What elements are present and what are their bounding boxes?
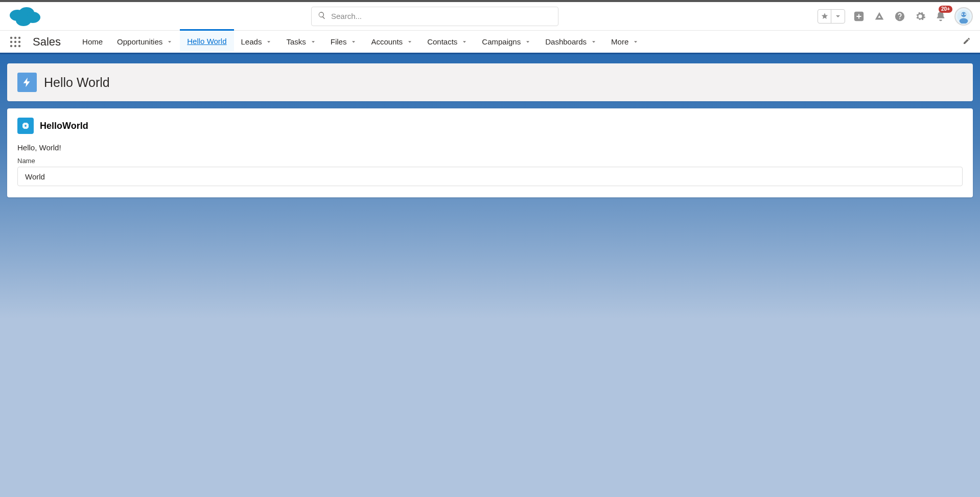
global-actions-button[interactable] bbox=[852, 10, 866, 23]
svg-point-10 bbox=[10, 36, 12, 38]
chevron-down-icon[interactable] bbox=[461, 39, 468, 45]
salesforce-logo[interactable] bbox=[7, 4, 42, 29]
search-input[interactable] bbox=[331, 12, 552, 20]
chevron-down-icon[interactable] bbox=[591, 39, 597, 45]
lightning-icon bbox=[17, 73, 37, 92]
chevron-down-icon[interactable] bbox=[633, 39, 639, 45]
nav-tab-label: Files bbox=[331, 37, 347, 46]
nav-tab-label: More bbox=[611, 37, 628, 46]
nav-tab-label: Hello World bbox=[187, 37, 226, 46]
nav-tab-tasks[interactable]: Tasks bbox=[279, 31, 323, 53]
page-body: Hello World HelloWorld Hello, World! Nam… bbox=[0, 54, 980, 495]
nav-tab-hello-world[interactable]: Hello World bbox=[180, 29, 234, 51]
nav-tab-label: Opportunities bbox=[117, 37, 162, 46]
card-title: HelloWorld bbox=[40, 121, 88, 131]
app-nav-bar: Sales HomeOpportunitiesHello WorldLeadsT… bbox=[0, 31, 980, 54]
nav-tab-dashboards[interactable]: Dashboards bbox=[538, 31, 604, 53]
favorite-star-button[interactable] bbox=[818, 10, 831, 23]
svg-point-8 bbox=[962, 13, 963, 15]
svg-point-11 bbox=[14, 36, 16, 38]
svg-point-15 bbox=[18, 40, 20, 42]
help-icon[interactable] bbox=[893, 10, 906, 23]
search-icon bbox=[318, 11, 331, 21]
global-header: 20+ bbox=[0, 2, 980, 31]
header-utilities: 20+ bbox=[818, 7, 973, 26]
nav-tab-label: Home bbox=[82, 37, 103, 46]
notification-count-badge: 20+ bbox=[939, 6, 952, 13]
svg-point-12 bbox=[18, 36, 20, 38]
app-launcher-icon[interactable] bbox=[9, 36, 21, 48]
nav-tab-label: Tasks bbox=[286, 37, 306, 46]
nav-tab-home[interactable]: Home bbox=[75, 31, 110, 53]
global-search[interactable] bbox=[311, 7, 558, 26]
chevron-down-icon[interactable] bbox=[310, 39, 316, 45]
svg-point-3 bbox=[16, 15, 31, 26]
chevron-down-icon[interactable] bbox=[525, 39, 531, 45]
name-input[interactable] bbox=[17, 167, 963, 186]
svg-point-13 bbox=[10, 40, 12, 42]
setup-gear-icon[interactable] bbox=[914, 10, 927, 23]
svg-point-17 bbox=[14, 44, 16, 47]
svg-point-16 bbox=[10, 44, 12, 47]
trailhead-icon[interactable] bbox=[873, 10, 886, 23]
edit-nav-pencil-icon[interactable] bbox=[963, 37, 971, 47]
chevron-down-icon[interactable] bbox=[266, 39, 272, 45]
svg-point-14 bbox=[14, 40, 16, 42]
favorites-control bbox=[818, 9, 845, 24]
chevron-down-icon[interactable] bbox=[167, 39, 173, 45]
component-icon bbox=[17, 118, 34, 134]
nav-tab-label: Accounts bbox=[371, 37, 403, 46]
nav-tab-label: Campaigns bbox=[482, 37, 521, 46]
notifications-button[interactable]: 20+ bbox=[934, 10, 947, 23]
nav-tab-more[interactable]: More bbox=[604, 31, 646, 53]
chevron-down-icon[interactable] bbox=[407, 39, 413, 45]
nav-tab-campaigns[interactable]: Campaigns bbox=[475, 31, 538, 53]
name-field-label: Name bbox=[17, 157, 963, 165]
page-title: Hello World bbox=[44, 75, 110, 90]
favorite-dropdown-button[interactable] bbox=[831, 10, 845, 23]
hello-world-card: HelloWorld Hello, World! Name bbox=[7, 108, 973, 197]
nav-tab-label: Leads bbox=[241, 37, 262, 46]
nav-tab-label: Contacts bbox=[427, 37, 457, 46]
nav-tab-leads[interactable]: Leads bbox=[234, 31, 279, 53]
user-avatar[interactable] bbox=[954, 7, 973, 26]
svg-point-9 bbox=[964, 13, 966, 15]
page-header: Hello World bbox=[7, 63, 973, 101]
svg-point-18 bbox=[18, 44, 20, 47]
chevron-down-icon[interactable] bbox=[351, 39, 357, 45]
nav-tab-files[interactable]: Files bbox=[323, 31, 364, 53]
nav-tab-label: Dashboards bbox=[545, 37, 587, 46]
nav-tab-contacts[interactable]: Contacts bbox=[420, 31, 475, 53]
greeting-text: Hello, World! bbox=[17, 143, 963, 152]
app-name: Sales bbox=[33, 35, 61, 49]
nav-tab-opportunities[interactable]: Opportunities bbox=[110, 31, 180, 53]
nav-tab-accounts[interactable]: Accounts bbox=[364, 31, 420, 53]
